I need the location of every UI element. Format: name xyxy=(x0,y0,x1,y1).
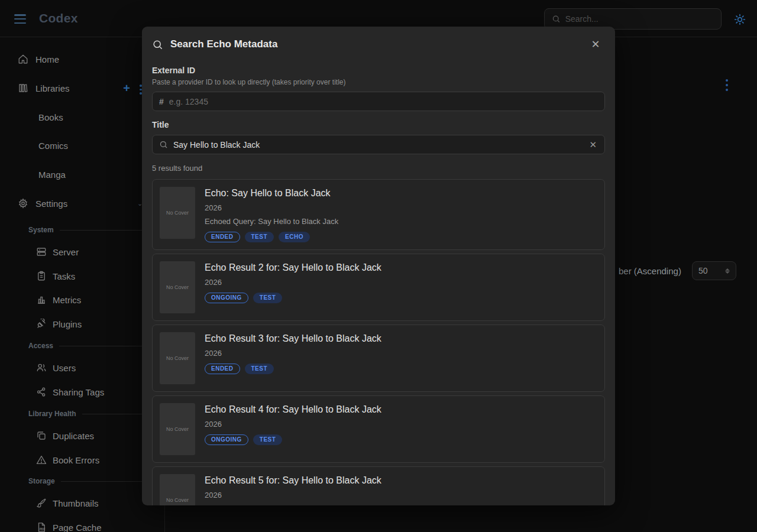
server-icon xyxy=(36,246,47,257)
sidebar-item-sharing-tags[interactable]: Sharing Tags xyxy=(36,385,104,399)
search-icon xyxy=(159,140,168,149)
title-input[interactable] xyxy=(173,140,583,150)
tag-badge: TEST xyxy=(253,293,283,303)
sidebar-item-thumbnails[interactable]: Thumbnails xyxy=(36,496,99,510)
search-icon xyxy=(152,39,163,50)
results-list: No Cover Echo: Say Hello to Black Jack 2… xyxy=(152,179,605,505)
sidebar-item-manga[interactable]: Manga xyxy=(38,167,66,181)
sidebar-item-label: Manga xyxy=(38,170,66,180)
sidebar-item-label: Libraries xyxy=(35,83,70,93)
sidebar-item-home[interactable]: Home xyxy=(18,52,59,66)
warning-triangle-icon xyxy=(36,455,47,465)
bar-chart-icon xyxy=(36,294,47,305)
section-title: Library Health xyxy=(28,410,76,418)
no-cover-placeholder: No Cover xyxy=(160,403,195,455)
sidebar-section-storage: Storage xyxy=(28,476,148,486)
title-label: Title xyxy=(152,120,605,129)
result-year: 2026 xyxy=(205,420,381,429)
global-search-input[interactable] xyxy=(565,14,714,24)
file-pdf-icon: PDF xyxy=(36,522,47,532)
duplicate-icon xyxy=(36,430,47,441)
no-cover-placeholder: No Cover xyxy=(160,474,195,505)
sidebar-item-label: Home xyxy=(35,54,59,64)
modal-title: Search Echo Metadata xyxy=(170,38,581,50)
share-icon xyxy=(36,387,47,397)
sidebar-item-plugins[interactable]: Plugins xyxy=(36,317,82,331)
tag-badge: ECHO xyxy=(279,232,310,242)
sidebar-item-label: Thumbnails xyxy=(53,498,99,508)
sidebar-item-books[interactable]: Books xyxy=(38,110,63,124)
title-field[interactable]: ✕ xyxy=(152,135,605,154)
sidebar-item-label: Sharing Tags xyxy=(53,387,104,397)
modal-header: Search Echo Metadata ✕ xyxy=(152,27,605,62)
result-title: Echo Result 3 for: Say Hello to Black Ja… xyxy=(205,333,381,344)
hamburger-menu-icon[interactable] xyxy=(14,14,26,24)
sidebar-item-label: Metrics xyxy=(53,295,81,305)
sidebar-item-label: Users xyxy=(53,363,76,373)
sidebar-item-comics[interactable]: Comics xyxy=(38,138,68,153)
sidebar-item-book-errors[interactable]: Book Errors xyxy=(36,453,99,467)
results-count: 5 results found xyxy=(152,164,605,173)
no-cover-placeholder: No Cover xyxy=(160,187,195,239)
sidebar-item-tasks[interactable]: Tasks xyxy=(36,269,75,283)
theme-toggle-sun-icon[interactable] xyxy=(734,14,746,25)
home-icon xyxy=(18,54,28,64)
result-card[interactable]: No Cover Echo Result 3 for: Say Hello to… xyxy=(152,325,605,392)
result-title: Echo: Say Hello to Black Jack xyxy=(205,188,338,199)
sidebar-item-label: Settings xyxy=(35,199,67,209)
sidebar-item-label: Plugins xyxy=(53,319,82,329)
status-badge: ENDED xyxy=(205,364,240,374)
result-card[interactable]: No Cover Echo Result 4 for: Say Hello to… xyxy=(152,395,605,463)
close-icon[interactable]: ✕ xyxy=(588,37,603,51)
sidebar-item-libraries[interactable]: Libraries xyxy=(18,81,70,95)
sidebar-item-server[interactable]: Server xyxy=(36,245,79,259)
page-size-stepper[interactable] xyxy=(692,261,736,280)
plug-icon xyxy=(36,319,47,329)
svg-text:PDF: PDF xyxy=(40,528,46,531)
external-id-input[interactable] xyxy=(169,97,598,106)
status-badge: ONGOING xyxy=(205,434,248,445)
sidebar-item-duplicates[interactable]: Duplicates xyxy=(36,429,94,443)
clear-title-icon[interactable]: ✕ xyxy=(588,140,598,150)
result-year: 2026 xyxy=(205,203,338,212)
sidebar-item-label: Comics xyxy=(38,141,68,151)
sidebar-section-access: Access xyxy=(28,341,148,351)
result-year: 2026 xyxy=(205,349,381,358)
no-cover-placeholder: No Cover xyxy=(160,332,195,384)
external-id-description: Paste a provider ID to look up directly … xyxy=(152,78,605,86)
status-badge: ONGOING xyxy=(205,293,248,303)
clipboard-icon xyxy=(36,271,47,281)
sidebar-item-label: Duplicates xyxy=(53,431,94,441)
sidebar-item-label: Tasks xyxy=(53,271,75,281)
add-library-button[interactable]: + xyxy=(121,83,132,93)
sidebar: Home Libraries + Books Comics Manga Sett… xyxy=(0,37,165,532)
section-title: Storage xyxy=(28,477,55,485)
sidebar-item-label: Server xyxy=(53,247,79,257)
sidebar-section-library-health: Library Health xyxy=(28,409,148,419)
sidebar-item-users[interactable]: Users xyxy=(36,361,76,375)
sort-order-label[interactable]: ber (Ascending) xyxy=(619,266,681,276)
users-icon xyxy=(36,362,47,373)
tag-badge: TEST xyxy=(245,364,274,374)
sidebar-item-settings[interactable]: Settings xyxy=(18,196,67,210)
sidebar-item-label: Page Cache xyxy=(53,523,102,532)
sidebar-item-metrics[interactable]: Metrics xyxy=(36,293,81,307)
result-card[interactable]: No Cover Echo: Say Hello to Black Jack 2… xyxy=(152,179,605,250)
external-id-label: External ID xyxy=(152,66,605,75)
status-badge: ENDED xyxy=(205,232,240,242)
sidebar-item-label: Books xyxy=(38,112,63,122)
result-card[interactable]: No Cover Echo Result 5 for: Say Hello to… xyxy=(152,466,605,505)
sidebar-item-page-cache[interactable]: PDF Page Cache xyxy=(36,520,102,532)
paintbrush-icon xyxy=(36,498,47,508)
page-size-input[interactable] xyxy=(698,266,719,275)
result-card[interactable]: No Cover Echo Result 2 for: Say Hello to… xyxy=(152,254,605,321)
tag-badge: TEST xyxy=(253,434,283,445)
external-id-field[interactable]: # xyxy=(152,92,605,111)
result-year: 2026 xyxy=(205,491,381,499)
hash-icon: # xyxy=(159,97,164,106)
stepper-arrows-icon[interactable] xyxy=(725,268,730,274)
sidebar-item-label: Book Errors xyxy=(53,455,99,465)
app-logo[interactable]: Codex xyxy=(39,11,78,25)
page-actions-kebab-icon[interactable] xyxy=(726,79,729,91)
result-title: Echo Result 4 for: Say Hello to Black Ja… xyxy=(205,404,381,415)
